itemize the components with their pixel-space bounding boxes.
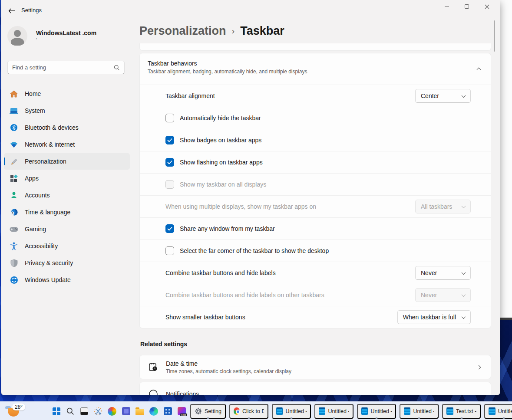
sidebar-item-bluetooth-devices[interactable]: Bluetooth & devices: [4, 119, 130, 136]
edge-button[interactable]: [149, 406, 159, 417]
row-label: Show smaller taskbar buttons: [165, 314, 245, 321]
notifications-icon: [148, 388, 159, 395]
chevron-down-icon: [462, 315, 466, 319]
chevron-down-icon: [462, 93, 466, 98]
search-icon: [66, 407, 74, 415]
privacy-shield-icon: [9, 259, 19, 267]
scrollbar-thumb[interactable]: [494, 20, 495, 52]
back-button[interactable]: [5, 6, 19, 16]
start-button[interactable]: [51, 406, 62, 417]
multiple-displays-dropdown: All taskbars: [415, 200, 471, 213]
taskbar-button-testtxt[interactable]: Test.txt -: [442, 404, 481, 419]
checkbox-far-corner[interactable]: [165, 246, 174, 255]
taskbar-behaviors-card: Taskbar behaviors Taskbar alignment, bad…: [139, 53, 491, 328]
m365-button[interactable]: M365: [176, 406, 187, 417]
breadcrumb-taskbar: Taskbar: [240, 24, 284, 38]
search-input[interactable]: Find a setting: [7, 61, 125, 74]
taskbar-button-chrome[interactable]: Click to Do: [229, 404, 268, 419]
sidebar-item-apps[interactable]: Apps: [4, 170, 130, 187]
checkbox-show-flashing[interactable]: [165, 158, 174, 167]
checkbox-share-window[interactable]: [165, 224, 174, 233]
expander-header[interactable]: Taskbar behaviors Taskbar alignment, bad…: [140, 53, 491, 85]
smaller-buttons-dropdown[interactable]: When taskbar is full: [397, 310, 471, 324]
desktop-app-icon: [80, 407, 88, 415]
sidebar-item-home[interactable]: Home: [4, 85, 130, 102]
desktop-app-button[interactable]: [79, 406, 89, 417]
sidebar-item-accessibility[interactable]: Accessibility: [4, 238, 130, 254]
notepad-icon: [361, 407, 368, 415]
related-notifications[interactable]: Notifications: [139, 382, 491, 395]
sidebar-item-accounts[interactable]: Accounts: [4, 187, 130, 203]
content-pane: Personalization › Taskbar Taskbar behavi…: [139, 21, 492, 395]
combine-buttons-other-dropdown: Never: [415, 288, 471, 302]
time-language-icon: [9, 208, 19, 217]
background-window[interactable]: [499, 0, 512, 320]
sidebar-item-label: Time & language: [25, 209, 70, 216]
close-button[interactable]: [477, 0, 497, 13]
row-label: Show flashing on taskbar apps: [180, 159, 263, 166]
sidebar-item-label: Privacy & security: [25, 259, 73, 266]
file-explorer-icon: [135, 409, 144, 415]
taskbar-button-settings[interactable]: Setting: [190, 404, 226, 419]
widgets-weather-button[interactable]: 28°: [3, 403, 31, 419]
system-icon: [9, 106, 19, 115]
dropdown-value: All taskbars: [421, 203, 456, 210]
copilot-icon: [108, 407, 116, 416]
row-auto-hide: Automatically hide the taskbar: [140, 107, 491, 129]
windows-logo-icon: [53, 407, 60, 415]
taskbar-button-notepad-2[interactable]: Untitled -: [314, 404, 353, 419]
taskbar-button-label: Untitled -: [285, 408, 306, 414]
sidebar-item-network-internet[interactable]: Network & internet: [4, 136, 130, 153]
taskbar-button-notepad-3[interactable]: Untitled -: [357, 404, 396, 419]
dropdown-value: When taskbar is full: [403, 314, 456, 321]
sidebar-item-label: Accessibility: [25, 243, 58, 249]
checkbox-show-badges[interactable]: [165, 136, 174, 144]
network-icon: [9, 140, 19, 149]
app-grid-icon: [164, 407, 172, 415]
taskbar-button-notepad-1[interactable]: Untitled -: [272, 404, 311, 419]
taskbar-search-button[interactable]: [65, 406, 76, 417]
sidebar-item-gaming[interactable]: Gaming: [4, 221, 130, 237]
file-explorer-button[interactable]: [135, 406, 145, 417]
copilot-button[interactable]: [107, 406, 117, 417]
sidebar-item-windows-update[interactable]: Windows Update: [4, 272, 130, 288]
row-show-badges: Show badges on taskbar apps: [140, 129, 491, 151]
taskbar-button-label: Untitled -: [328, 408, 349, 414]
notepad-icon: [276, 407, 283, 415]
related-date-time[interactable]: Date & time Time zones, automatic clock …: [139, 355, 491, 379]
checkbox-auto-hide[interactable]: [165, 114, 174, 122]
profile-name: WindowsLatest .com: [36, 30, 96, 36]
row-show-flashing: Show flashing on taskbar apps: [140, 151, 491, 173]
sidebar-item-label: Windows Update: [25, 276, 71, 283]
dropdown-value: Center: [421, 92, 456, 99]
minimize-button[interactable]: [437, 0, 457, 13]
sidebar: WindowsLatest .com ' Find a setting Home: [1, 21, 136, 395]
sidebar-item-system[interactable]: System: [4, 102, 130, 119]
sidebar-item-privacy-security[interactable]: Privacy & security: [4, 255, 130, 271]
teams-button[interactable]: [121, 406, 131, 417]
row-combine-buttons: Combine taskbar buttons and hide labels …: [140, 262, 491, 284]
search-placeholder: Find a setting: [12, 64, 114, 71]
app-grid-button[interactable]: [162, 406, 173, 417]
taskbar-button-notepad-5[interactable]: Untitled -: [484, 404, 512, 419]
taskbar-alignment-dropdown[interactable]: Center: [415, 89, 471, 103]
snipping-tool-button[interactable]: [93, 406, 103, 417]
sidebar-item-personalization[interactable]: Personalization: [4, 153, 130, 170]
sidebar-item-label: Home: [25, 90, 41, 97]
system-taskbar: 28° M365: [0, 401, 512, 420]
taskbar-button-notepad-4[interactable]: Untitled -: [400, 404, 439, 419]
breadcrumb-personalization[interactable]: Personalization: [139, 24, 226, 38]
row-label: Show my taskbar on all displays: [180, 181, 266, 188]
settings-window: Settings WindowsLatest .com ' Find a set…: [1, 0, 500, 395]
profile[interactable]: WindowsLatest .com ': [7, 26, 96, 46]
row-label: When using multiple displays, show my ta…: [165, 203, 316, 210]
row-label: Show badges on taskbar apps: [180, 137, 261, 144]
maximize-button[interactable]: [457, 0, 477, 13]
sidebar-item-time-language[interactable]: Time & language: [4, 204, 130, 220]
chevron-down-icon: [462, 204, 466, 208]
related-item-subtitle: Time zones, automatic clock settings, ca…: [166, 368, 291, 374]
sidebar-item-label: System: [25, 107, 45, 114]
combine-buttons-dropdown[interactable]: Never: [415, 266, 471, 280]
section-title: Taskbar behaviors: [148, 60, 481, 67]
checkbox-all-displays: [165, 180, 174, 189]
